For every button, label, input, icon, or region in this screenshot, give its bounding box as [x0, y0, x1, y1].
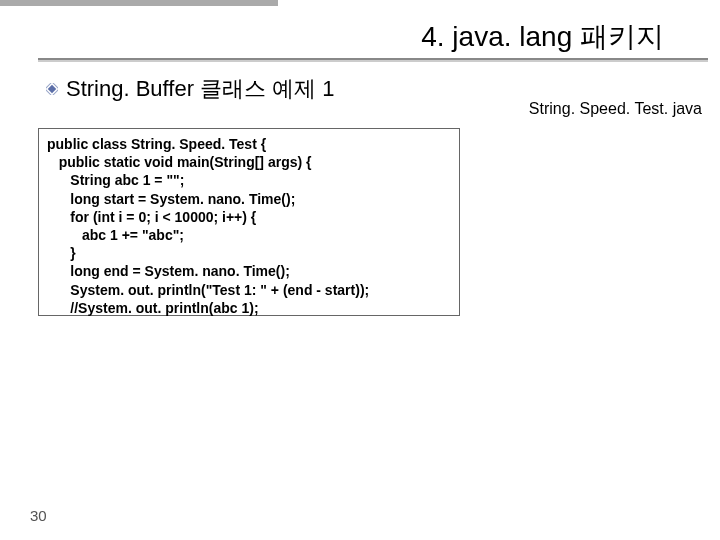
subtitle-text: String. Buffer 클래스 예제 1	[66, 74, 335, 104]
svg-rect-0	[48, 85, 56, 93]
slide-title-area: 4. java. lang 패키지	[421, 18, 664, 56]
page-number: 30	[30, 507, 47, 524]
code-line: //System. out. println(abc 1);	[47, 299, 451, 317]
code-line: for (int i = 0; i < 10000; i++) {	[47, 208, 451, 226]
code-line: public static void main(String[] args) {	[47, 153, 451, 171]
subtitle-row: String. Buffer 클래스 예제 1	[46, 74, 335, 104]
code-line: }	[47, 244, 451, 262]
code-line: long end = System. nano. Time();	[47, 262, 451, 280]
title-underline-shadow	[38, 60, 708, 62]
code-line: long start = System. nano. Time();	[47, 190, 451, 208]
slide-title: 4. java. lang 패키지	[421, 21, 664, 52]
code-line: String abc 1 = "";	[47, 171, 451, 189]
code-box: public class String. Speed. Test { publi…	[38, 128, 460, 316]
code-line: public class String. Speed. Test {	[47, 135, 451, 153]
diamond-bullet-icon	[46, 83, 58, 95]
top-accent-bar	[0, 0, 278, 6]
code-line: System. out. println("Test 1: " + (end -…	[47, 281, 451, 299]
filename-label: String. Speed. Test. java	[529, 100, 702, 118]
code-line: abc 1 += "abc";	[47, 226, 451, 244]
